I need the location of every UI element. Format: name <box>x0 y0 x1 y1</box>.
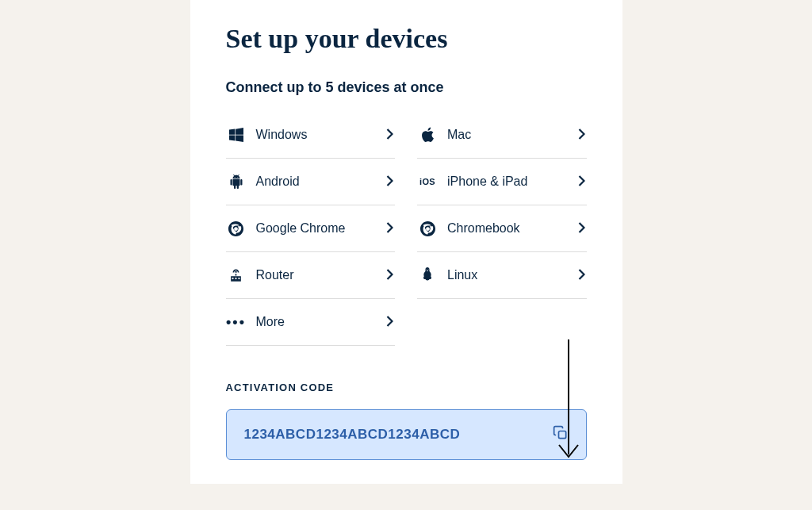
device-linux[interactable]: Linux <box>417 252 587 299</box>
device-router[interactable]: Router <box>226 252 396 299</box>
chevron-right-icon <box>386 174 393 190</box>
activation-code-box: 1234ABCD1234ABCD1234ABCD <box>226 409 587 460</box>
chevron-right-icon <box>386 127 393 144</box>
chevron-right-icon <box>386 314 393 331</box>
activation-section: ACTIVATION CODE 1234ABCD1234ABCD1234ABCD <box>226 382 587 460</box>
copy-icon[interactable] <box>553 425 569 444</box>
android-icon <box>228 173 245 190</box>
device-iphone-ipad[interactable]: iOS iPhone & iPad <box>417 159 587 205</box>
more-icon: ••• <box>228 313 245 331</box>
device-label: More <box>256 315 387 329</box>
device-chrome[interactable]: Google Chrome <box>226 205 396 252</box>
activation-label: ACTIVATION CODE <box>226 382 587 393</box>
page-subtitle: Connect up to 5 devices at once <box>226 79 587 96</box>
apple-icon <box>419 126 436 144</box>
linux-icon <box>419 267 436 284</box>
device-mac[interactable]: Mac <box>417 112 587 159</box>
setup-card: Set up your devices Connect up to 5 devi… <box>190 0 622 484</box>
chrome-icon <box>419 220 436 237</box>
device-label: Linux <box>447 268 578 282</box>
device-label: iPhone & iPad <box>447 174 578 189</box>
device-label: Google Chrome <box>256 221 387 236</box>
device-label: Chromebook <box>447 221 578 236</box>
device-windows[interactable]: Windows <box>226 112 396 159</box>
ios-icon: iOS <box>419 173 436 190</box>
windows-icon <box>228 126 245 144</box>
device-label: Mac <box>447 128 578 142</box>
device-label: Router <box>256 268 387 282</box>
chevron-right-icon <box>578 220 585 237</box>
activation-code: 1234ABCD1234ABCD1234ABCD <box>244 427 461 443</box>
router-icon <box>228 267 245 284</box>
chrome-icon <box>228 220 245 237</box>
chevron-right-icon <box>386 267 393 284</box>
device-more[interactable]: ••• More <box>226 299 396 346</box>
device-label: Windows <box>256 128 387 142</box>
chevron-right-icon <box>578 267 585 284</box>
device-chromebook[interactable]: Chromebook <box>417 205 587 252</box>
chevron-right-icon <box>578 127 585 144</box>
chevron-right-icon <box>578 174 585 190</box>
chevron-right-icon <box>386 220 393 237</box>
page-title: Set up your devices <box>226 24 587 54</box>
device-grid: Windows Mac Android iOS iPho <box>226 112 587 346</box>
device-label: Android <box>256 174 387 189</box>
svg-rect-0 <box>558 431 565 439</box>
device-android[interactable]: Android <box>226 159 396 205</box>
